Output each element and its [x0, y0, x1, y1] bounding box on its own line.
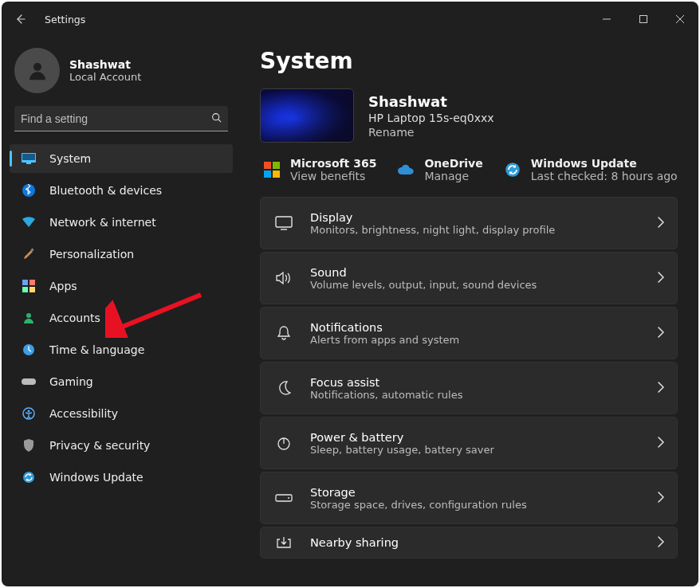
quicklink-sub[interactable]: Manage: [424, 170, 482, 182]
person-icon: [26, 59, 49, 83]
device-wallpaper: [260, 88, 354, 143]
user-card[interactable]: Shashwat Local Account: [14, 48, 228, 93]
svg-rect-14: [22, 378, 36, 385]
quicklink-sub[interactable]: View benefits: [290, 170, 376, 182]
option-sound[interactable]: Sound Volume levels, output, input, soun…: [260, 252, 678, 304]
sidebar: Shashwat Local Account System Bluetooth …: [2, 37, 241, 586]
sidebar-item-label: Accounts: [49, 312, 100, 324]
apps-icon: [21, 278, 37, 294]
window-controls: [588, 6, 698, 32]
option-sub: Monitors, brightness, night light, displ…: [310, 224, 642, 236]
sidebar-item-label: System: [49, 152, 91, 165]
display-icon: [273, 213, 294, 233]
sidebar-item-apps[interactable]: Apps: [10, 272, 233, 300]
sidebar-item-personalization[interactable]: Personalization: [10, 240, 233, 269]
bell-icon: [273, 323, 294, 343]
svg-point-16: [28, 410, 30, 413]
option-focus-assist[interactable]: Focus assist Notifications, automatic ru…: [260, 362, 678, 414]
svg-point-22: [505, 163, 520, 177]
device-meta: Shashwat HP Laptop 15s-eq0xxx Rename: [368, 93, 494, 139]
quicklink-sub: Last checked: 8 hours ago: [531, 170, 678, 182]
device-name: Shashwat: [368, 93, 494, 110]
option-title: Notifications: [310, 321, 642, 334]
shield-icon: [21, 437, 37, 453]
chevron-right-icon: [658, 216, 664, 231]
update-icon: [502, 159, 523, 180]
option-nearby-sharing[interactable]: Nearby sharing: [260, 527, 678, 559]
chevron-right-icon: [658, 271, 664, 286]
quicklink-update[interactable]: Windows Update Last checked: 8 hours ago: [502, 157, 678, 182]
sidebar-item-windows-update[interactable]: Windows Update: [10, 463, 233, 492]
svg-point-26: [288, 497, 289, 499]
sidebar-item-label: Bluetooth & devices: [49, 184, 162, 197]
device-model: HP Laptop 15s-eq0xxx: [368, 112, 494, 124]
option-sub: Volume levels, output, input, sound devi…: [310, 279, 642, 291]
back-button[interactable]: [8, 6, 33, 32]
svg-rect-21: [273, 171, 280, 178]
chevron-right-icon: [658, 491, 664, 506]
main-panel: System Shashwat HP Laptop 15s-eq0xxx Ren…: [241, 37, 698, 586]
onedrive-icon: [395, 159, 416, 180]
sidebar-item-accounts[interactable]: Accounts: [10, 304, 233, 332]
maximize-icon: [639, 15, 647, 23]
sidebar-item-time-language[interactable]: Time & language: [10, 335, 233, 364]
svg-point-2: [213, 113, 219, 120]
user-name: Shashwat: [69, 58, 141, 71]
search-input[interactable]: [21, 112, 211, 125]
sidebar-item-network[interactable]: Network & internet: [10, 208, 233, 237]
svg-rect-18: [264, 162, 271, 169]
sidebar-item-label: Apps: [49, 280, 77, 292]
svg-rect-5: [26, 163, 31, 164]
quicklink-onedrive[interactable]: OneDrive Manage: [395, 157, 482, 182]
sidebar-item-label: Gaming: [49, 375, 93, 388]
titlebar: Settings: [2, 2, 698, 37]
svg-rect-11: [29, 287, 35, 292]
option-notifications[interactable]: Notifications Alerts from apps and syste…: [260, 307, 678, 359]
sidebar-item-privacy-security[interactable]: Privacy & security: [10, 431, 233, 460]
quicklink-title: Microsoft 365: [290, 157, 376, 170]
sidebar-item-accessibility[interactable]: Accessibility: [10, 399, 233, 428]
option-title: Focus assist: [310, 376, 642, 389]
option-sub: Sleep, battery usage, battery saver: [310, 444, 642, 456]
avatar: [14, 48, 60, 93]
option-sub: Alerts from apps and system: [310, 334, 642, 346]
svg-point-1: [33, 63, 41, 71]
wifi-icon: [21, 214, 37, 230]
option-power-battery[interactable]: Power & battery Sleep, battery usage, ba…: [260, 417, 678, 469]
update-icon: [21, 469, 37, 485]
rename-link[interactable]: Rename: [368, 126, 494, 139]
option-storage[interactable]: Storage Storage space, drives, configura…: [260, 472, 678, 524]
option-sub: Notifications, automatic rules: [310, 389, 642, 401]
option-title: Nearby sharing: [310, 536, 642, 549]
bluetooth-icon: [21, 182, 37, 198]
quicklink-title: Windows Update: [531, 157, 678, 170]
quick-links-row: Microsoft 365 View benefits OneDrive Man…: [260, 157, 678, 182]
maximize-button[interactable]: [625, 6, 662, 32]
power-icon: [273, 433, 294, 453]
sidebar-item-bluetooth[interactable]: Bluetooth & devices: [10, 176, 233, 205]
share-icon: [273, 532, 294, 553]
sidebar-item-gaming[interactable]: Gaming: [10, 367, 233, 396]
person-icon: [21, 310, 37, 326]
drive-icon: [273, 488, 294, 508]
option-sub: Storage space, drives, configuration rul…: [310, 499, 642, 511]
svg-rect-10: [22, 287, 28, 292]
sidebar-item-label: Time & language: [49, 343, 144, 356]
option-title: Power & battery: [310, 431, 642, 444]
minimize-button[interactable]: [588, 6, 625, 32]
sidebar-item-label: Accessibility: [49, 407, 118, 420]
settings-window: Settings Shashwat Local Account: [2, 2, 698, 586]
sidebar-item-system[interactable]: System: [10, 144, 233, 173]
svg-rect-9: [29, 280, 35, 285]
accessibility-icon: [21, 406, 37, 421]
chevron-right-icon: [658, 381, 664, 396]
search-field[interactable]: [14, 106, 228, 131]
option-display[interactable]: Display Monitors, brightness, night ligh…: [260, 197, 678, 249]
sidebar-item-label: Windows Update: [49, 471, 144, 484]
user-account-type: Local Account: [69, 71, 141, 83]
svg-point-6: [22, 184, 35, 197]
quicklink-m365[interactable]: Microsoft 365 View benefits: [262, 157, 376, 182]
close-button[interactable]: [662, 6, 698, 32]
svg-rect-20: [264, 171, 271, 178]
minimize-icon: [603, 15, 611, 23]
